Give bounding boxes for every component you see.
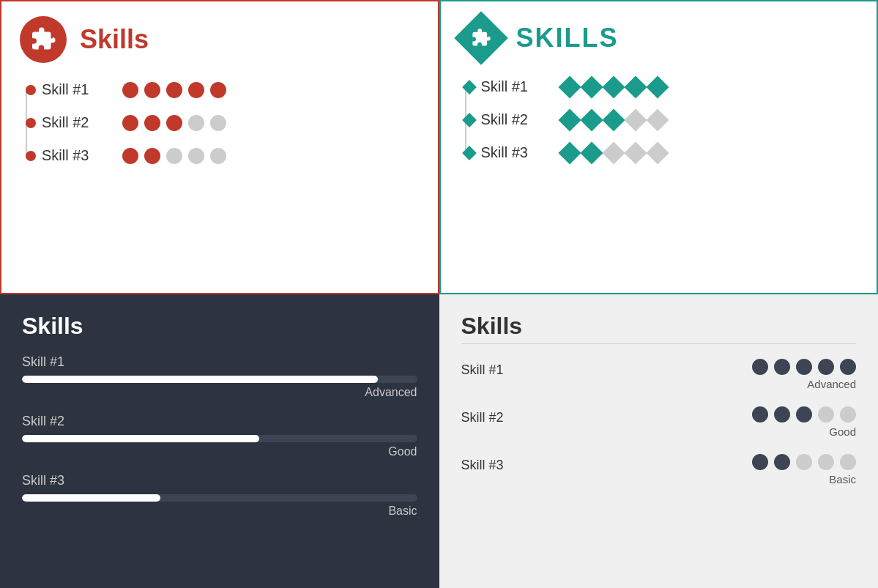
panel3-skill-2: Skill #2 Good (22, 414, 417, 458)
dot-filled (122, 148, 138, 164)
panel4-title: Skills (461, 313, 857, 340)
ddark-dot-filled (774, 406, 790, 423)
panel2-skill-list: Skill #1 Skill #2 Skill #3 (459, 78, 859, 161)
panel2-skill1-dots (562, 79, 666, 95)
panel2-skill-1: Skill #1 (481, 78, 859, 95)
panel-teal-diamonds: SKILLS Skill #1 Skill #2 Skill #3 (439, 0, 879, 294)
panel1-skill-3: Skill #3 (42, 147, 420, 164)
ddark-dot-filled (840, 359, 856, 375)
panel4-skill2-level: Good (829, 425, 856, 438)
panel2-skill1-name: Skill #1 (481, 78, 547, 95)
panel1-skill2-name: Skill #2 (42, 114, 108, 131)
ddot-empty (646, 108, 669, 131)
panel2-diamond-icon (454, 11, 508, 65)
dot-filled (122, 82, 138, 98)
panel3-skill3-bar-wrap (22, 494, 417, 502)
ddark-dot-filled (796, 406, 812, 423)
panel1-skill-list: Skill #1 Skill #2 Skill #3 (20, 81, 420, 164)
dot-filled (122, 115, 138, 131)
ddark-dot-filled (752, 359, 768, 375)
ddark-dot-empty (796, 454, 812, 470)
puzzle-icon-2 (471, 28, 491, 48)
panel2-header: SKILLS (459, 16, 859, 60)
panel4-skill1-right: Advanced (542, 359, 857, 390)
ddot-filled (580, 108, 603, 131)
panel2-title: SKILLS (516, 23, 619, 53)
panel4-skill-2: Skill #2 Good (461, 406, 857, 438)
ddot-filled (580, 75, 603, 98)
panel4-skill1-level: Advanced (807, 378, 856, 390)
panel3-skill3-name: Skill #3 (22, 473, 417, 488)
ddot-filled (624, 75, 647, 98)
panel3-skill3-bar-fill (22, 494, 160, 502)
panel2-skill-2: Skill #2 (481, 111, 859, 128)
panel1-skill3-name: Skill #3 (42, 147, 108, 164)
panel2-icon-wrap (459, 16, 503, 60)
panel4-skill-1: Skill #1 Advanced (461, 359, 857, 390)
panel2-skill-3: Skill #3 (481, 144, 859, 161)
dot-filled (210, 82, 226, 98)
ddark-dot-empty (818, 454, 834, 470)
ddark-dot-filled (752, 454, 768, 470)
dot-filled (144, 115, 160, 131)
dot-filled (188, 82, 204, 98)
ddot-filled (558, 141, 581, 164)
dot-filled (144, 148, 160, 164)
panel4-skill2-name: Skill #2 (461, 406, 520, 425)
ddark-dot-filled (752, 406, 768, 423)
panel4-skill3-level: Basic (829, 473, 856, 485)
panel3-skill1-name: Skill #1 (22, 354, 417, 370)
panel4-divider (461, 343, 857, 344)
dot-empty (210, 115, 226, 131)
panel1-skill-1: Skill #1 (42, 81, 420, 98)
dot-empty (166, 148, 182, 164)
panel4-skill3-name: Skill #3 (461, 454, 520, 473)
panel2-skill3-dots (562, 145, 666, 161)
dot-empty (188, 148, 204, 164)
ddark-dot-empty (840, 454, 856, 470)
panel3-skill1-bar-fill (22, 376, 378, 383)
ddot-empty (602, 141, 625, 164)
ddot-empty (624, 108, 647, 131)
panel3-title: Skills (22, 313, 417, 340)
puzzle-icon (30, 26, 56, 53)
ddot-empty (624, 141, 647, 164)
ddot-filled (558, 75, 581, 98)
ddot-filled (580, 141, 603, 164)
dot-filled (166, 82, 182, 98)
ddark-dot-filled (774, 359, 790, 375)
panel1-skill-2: Skill #2 (42, 114, 420, 131)
panel1-header: Skills (20, 16, 420, 63)
panel1-title: Skills (80, 24, 149, 55)
ddark-dot-empty (818, 406, 834, 423)
ddark-dot-filled (796, 359, 812, 375)
panel3-skill-1: Skill #1 Advanced (22, 354, 417, 399)
panel4-skill3-right: Basic (542, 454, 857, 485)
ddot-filled (558, 108, 581, 131)
ddot-filled (646, 75, 669, 98)
dot-empty (210, 148, 226, 164)
panel2-skill2-name: Skill #2 (481, 111, 547, 128)
dot-filled (166, 115, 182, 131)
panel1-skill3-dots (122, 148, 226, 164)
panel3-skill1-bar-wrap (22, 376, 417, 383)
panel2-skill3-name: Skill #3 (481, 144, 547, 161)
panel4-skill2-dots (752, 406, 856, 423)
panel3-skill2-bar-wrap (22, 435, 417, 442)
panel1-icon (20, 16, 67, 63)
panel1-skill1-dots (122, 82, 226, 98)
panel3-skill2-level: Good (22, 445, 417, 458)
panel4-skill3-dots (752, 454, 856, 470)
panel4-skill-3: Skill #3 Basic (461, 454, 857, 485)
panel2-skill2-dots (562, 112, 666, 128)
panel3-skill1-level: Advanced (22, 386, 417, 399)
panel4-skill2-right: Good (542, 406, 857, 438)
ddark-dot-empty (840, 406, 856, 423)
ddot-filled (602, 75, 625, 98)
panel4-skill1-name: Skill #1 (461, 359, 520, 378)
ddot-filled (602, 108, 625, 131)
panel-red-circles: Skills Skill #1 Skill #2 Skill #3 (0, 0, 439, 294)
panel-dark-bars: Skills Skill #1 Advanced Skill #2 Good S… (0, 294, 439, 589)
panel3-skill-3: Skill #3 Basic (22, 473, 417, 518)
ddark-dot-filled (818, 359, 834, 375)
